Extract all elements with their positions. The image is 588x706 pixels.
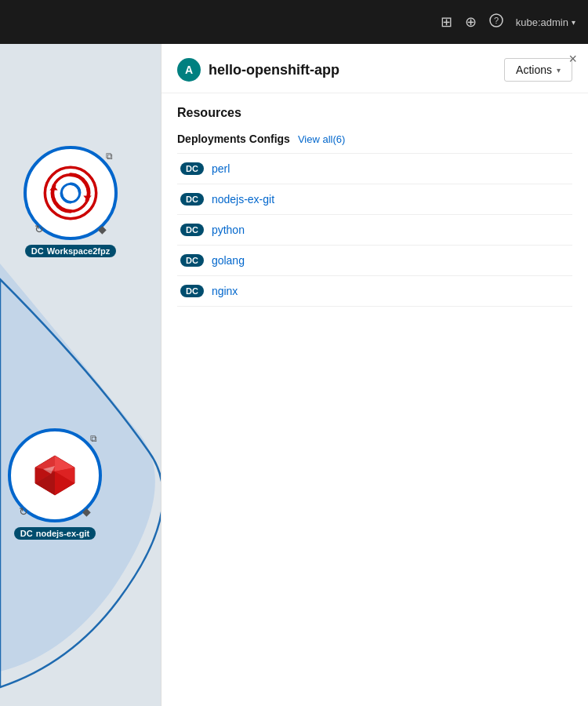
user-chevron-icon: ▾ <box>572 18 575 27</box>
deployment-list: DCperlDCnodejs-ex-gitDCpythonDCgolangDCn… <box>177 153 572 307</box>
deployment-item[interactable]: DCnodejs-ex-git <box>177 184 572 215</box>
panel-header-left: A hello-openshift-app <box>177 58 339 82</box>
plus-icon[interactable]: ⊕ <box>465 13 477 31</box>
user-menu[interactable]: kube:admin ▾ <box>516 16 575 28</box>
panel-body: Resources Deployments Configs View all(6… <box>162 93 588 706</box>
panel-close-button[interactable]: × <box>568 52 577 66</box>
topology-node-bottom[interactable]: ⧉ ↻ ◆ <box>8 428 102 540</box>
openshift-logo <box>43 166 98 220</box>
git-icon-bottom[interactable]: ◆ <box>82 505 91 518</box>
deployment-item[interactable]: DCnginx <box>177 276 572 307</box>
sync-icon[interactable]: ↻ <box>34 223 44 235</box>
panel-header: A hello-openshift-app Actions ▾ <box>162 44 588 93</box>
dc-pill: DC <box>180 193 204 206</box>
deployment-item[interactable]: DCgolang <box>177 246 572 276</box>
node-icon-container-top <box>35 158 106 228</box>
svg-text:?: ? <box>494 16 499 25</box>
section-header: Deployments Configs View all(6) <box>177 133 572 145</box>
deployment-name[interactable]: nginx <box>212 285 238 297</box>
main-area: ations ▾ ⧉ ↻ ◆ <box>0 44 588 706</box>
node-top-name: Workspace2fpz <box>47 246 111 256</box>
help-icon[interactable]: ? <box>489 13 503 31</box>
dc-badge-bottom: DC nodejs-ex-git <box>14 527 96 540</box>
node-circle-bottom: ⧉ ↻ ◆ <box>8 428 102 522</box>
navbar: ⊞ ⊕ ? kube:admin ▾ <box>0 0 588 44</box>
section-title: Deployments Configs <box>177 133 290 145</box>
view-all-link[interactable]: View all(6) <box>298 133 345 145</box>
deployment-name[interactable]: python <box>212 224 245 236</box>
topology-panel: ations ▾ ⧉ ↻ ◆ <box>0 44 161 706</box>
actions-btn-label: Actions <box>516 64 552 76</box>
dc-pill: DC <box>180 285 204 297</box>
external-link-icon[interactable]: ⧉ <box>106 151 113 162</box>
node-bottom-name: nodejs-ex-git <box>36 529 89 538</box>
actions-btn-chevron-icon: ▾ <box>557 66 561 75</box>
git-icon[interactable]: ◆ <box>98 223 107 235</box>
deployment-name[interactable]: perl <box>212 162 230 175</box>
app-avatar: A <box>177 58 201 82</box>
topology-node-top[interactable]: ⧉ ↻ ◆ <box>24 146 118 257</box>
ruby-logo <box>31 452 78 499</box>
resources-heading: Resources <box>177 106 572 120</box>
dc-pill: DC <box>180 162 204 175</box>
dc-pill: DC <box>180 224 204 236</box>
external-link-icon-bottom[interactable]: ⧉ <box>90 433 97 444</box>
actions-button[interactable]: Actions ▾ <box>504 58 572 82</box>
side-panel: × A hello-openshift-app Actions ▾ Resour… <box>161 44 588 706</box>
deployment-item[interactable]: DCpython <box>177 215 572 246</box>
app-title: hello-openshift-app <box>209 62 339 78</box>
username-label: kube:admin <box>516 16 568 28</box>
grid-icon[interactable]: ⊞ <box>441 13 452 31</box>
node-icon-container-bottom <box>20 440 90 511</box>
dc-badge-top: DC Workspace2fpz <box>25 245 116 257</box>
sync-icon-bottom[interactable]: ↻ <box>19 505 28 518</box>
deployment-name[interactable]: golang <box>212 254 245 267</box>
dc-label-top: DC <box>31 246 44 256</box>
node-circle-top: ⧉ ↻ ◆ <box>24 146 118 240</box>
dc-label-bottom: DC <box>20 529 33 538</box>
deployment-item[interactable]: DCperl <box>177 154 572 184</box>
dc-pill: DC <box>180 254 204 267</box>
deployment-name[interactable]: nodejs-ex-git <box>212 193 274 206</box>
topology-bg-svg <box>0 44 161 706</box>
